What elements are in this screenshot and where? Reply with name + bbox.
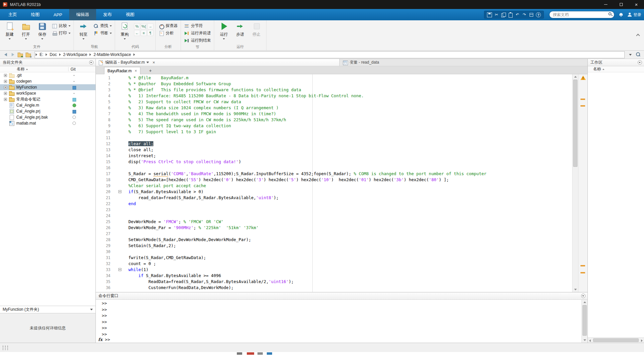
new-tab-button[interactable]: +: [146, 68, 154, 74]
editor-scrollbar-thumb[interactable]: [573, 80, 577, 167]
code-line[interactable]: 31fwrite(S_Radar,CMD_GetRawData);: [96, 255, 486, 261]
code-line[interactable]: 12clear all;: [96, 141, 486, 147]
file-row[interactable]: matlab.mat: [0, 120, 95, 126]
file-row[interactable]: workSpace: [0, 90, 95, 96]
code-line[interactable]: 18CMD_GetRawData=[hex2dec('55') hex2dec(…: [96, 177, 486, 183]
scroll-left-icon[interactable]: [589, 339, 591, 342]
code-line[interactable]: 11: [96, 135, 486, 141]
code-line[interactable]: 29SetGain(S_Radar,2);: [96, 243, 486, 249]
breadcrumb-item[interactable]: Doc: [48, 52, 58, 57]
save-icon[interactable]: [487, 12, 492, 17]
command-prompt[interactable]: fx >>: [98, 337, 110, 342]
button-转至[interactable]: 转至: [76, 21, 91, 40]
scroll-down-icon[interactable]: [574, 289, 577, 290]
indent-right-icon[interactable]: [147, 23, 153, 29]
folder-up-icon[interactable]: [17, 51, 24, 58]
warning-marker[interactable]: [580, 265, 585, 266]
layout-icon[interactable]: [529, 12, 534, 17]
search-icon[interactable]: [608, 12, 611, 15]
expand-icon[interactable]: [4, 74, 7, 77]
breadcrumb-item[interactable]: 2-WorkSpace: [62, 52, 89, 57]
code-line[interactable]: 36 CustomerFun(ReadData,DevWorkMode);: [96, 285, 486, 291]
code-line[interactable]: 3% * @brief This file provides firmware …: [96, 87, 486, 93]
code-line[interactable]: 32count = 0 ;: [96, 261, 486, 267]
maximize-button[interactable]: [613, 0, 629, 9]
ws-name-column[interactable]: 名称: [593, 66, 601, 72]
wrap-icon[interactable]: [147, 30, 153, 36]
comment-block-icon[interactable]: [141, 23, 147, 29]
code-editor[interactable]: 1% * @file BayuRadar.m2% * @author Buyu …: [96, 74, 587, 292]
workspace-hscrollbar[interactable]: [588, 337, 644, 343]
ribbon-tab-APP[interactable]: APP: [47, 9, 69, 20]
code-line[interactable]: 17S_Radar = serial('COM8','BaudRate',115…: [96, 171, 486, 177]
ribbon-tab-发布[interactable]: 发布: [96, 9, 119, 20]
code-line[interactable]: 35 ReadData=fread(S_Radar,S_Radar.BytesA…: [96, 279, 486, 285]
warning-marker[interactable]: [580, 99, 585, 100]
code-line[interactable]: 27: [96, 231, 486, 237]
button-查找[interactable]: 查找: [92, 23, 113, 29]
indent-left-icon[interactable]: [134, 30, 140, 36]
scroll-down-icon[interactable]: [583, 339, 586, 341]
command-scrollbar[interactable]: [581, 300, 587, 343]
code-line[interactable]: 19%Clear serial port accept cache: [96, 183, 486, 189]
workspace-scrollbar-thumb[interactable]: [593, 338, 639, 342]
button-分节符[interactable]: 分节符: [183, 23, 212, 29]
paste-icon[interactable]: [508, 12, 513, 17]
breadcrumb-item[interactable]: 2-Matble-WorkSpace: [92, 52, 133, 57]
code-line[interactable]: 8% 5) The speed range used in CW mode is…: [96, 117, 486, 123]
ribbon-tab-视图[interactable]: 视图: [119, 9, 141, 20]
warning-marker[interactable]: [580, 272, 585, 273]
code-line[interactable]: 15disp('Press Ctrl+C to stop collecting …: [96, 159, 486, 165]
column-divider[interactable]: [68, 67, 69, 71]
button-书签[interactable]: 书签: [92, 30, 113, 36]
code-line[interactable]: 28SetWorkMode(S_Radar,DevWorkMode,DevWor…: [96, 237, 486, 243]
code-line[interactable]: 7% 4) The bandwidth used in FMCW mode is…: [96, 111, 486, 117]
button-运行到结束[interactable]: 运行到结束: [183, 37, 212, 44]
close-button[interactable]: ×: [629, 0, 644, 9]
button-打印[interactable]: 打印: [51, 30, 72, 36]
minimize-button[interactable]: [598, 0, 613, 9]
code-line[interactable]: 24: [96, 213, 486, 219]
editor-tab[interactable]: BayuRadar.m ×: [104, 67, 140, 74]
expand-icon[interactable]: [4, 86, 7, 89]
scroll-up-icon[interactable]: [583, 301, 586, 303]
editor-scrollbar[interactable]: [572, 74, 578, 292]
comment-icon[interactable]: [134, 23, 140, 29]
ribbon-tab-绘图[interactable]: 绘图: [24, 9, 47, 20]
code-line[interactable]: 20if(S_Radar.BytesAvailable > 0): [96, 189, 486, 195]
scroll-up-icon[interactable]: [574, 76, 577, 78]
file-row[interactable]: MyFunction: [0, 84, 95, 90]
dock-grip-icon[interactable]: [3, 346, 8, 350]
code-line[interactable]: 33while(1): [96, 267, 486, 273]
breadcrumb-item[interactable]: E:: [38, 52, 45, 57]
button-分析[interactable]: 分析: [158, 30, 179, 36]
help-icon[interactable]: [536, 12, 541, 17]
name-column-header[interactable]: 名称: [17, 66, 25, 72]
button-运行并前进[interactable]: 运行并前进: [183, 30, 212, 36]
details-selector[interactable]: MyFunction (文件夹): [0, 306, 95, 313]
code-line[interactable]: 25DevWorkMode = 'FMCW'; % 'FMCW' OR 'CW': [96, 219, 486, 225]
code-line[interactable]: 10% 7) Support level 1 to 3 IF gain: [96, 129, 486, 135]
command-scrollbar-thumb[interactable]: [582, 305, 587, 336]
fold-icon[interactable]: [118, 190, 121, 193]
scroll-right-icon[interactable]: [641, 339, 643, 342]
panel-menu-icon[interactable]: [89, 60, 93, 65]
button-探查器[interactable]: 探查器: [158, 23, 179, 29]
code-line[interactable]: 26DevWorkMode_Par = '900MHz'; % '225km' …: [96, 225, 486, 231]
file-row[interactable]: .git: [0, 72, 95, 78]
warning-marker[interactable]: [580, 105, 585, 107]
code-line[interactable]: 13close all;: [96, 147, 486, 153]
file-row[interactable]: Cal_Angle.prj: [0, 108, 95, 114]
ribbon-tab-编辑器[interactable]: 编辑器: [69, 9, 96, 20]
editor-menu-icon[interactable]: [145, 60, 151, 65]
button-步进[interactable]: 步进: [233, 21, 248, 37]
button-停止[interactable]: 停止: [249, 21, 264, 37]
panel-menu-icon[interactable]: [581, 294, 585, 298]
variables-panel-header[interactable]: 变量 - read_data: [340, 59, 587, 66]
workspace-column-header[interactable]: 名称: [588, 66, 644, 72]
code-line[interactable]: 22end: [96, 201, 486, 207]
file-row[interactable]: 常用命令笔记: [0, 96, 95, 102]
code-line[interactable]: 2% * @author Buyu Embedded Software Grou…: [96, 81, 486, 87]
folder-browse-icon[interactable]: [25, 51, 32, 58]
editor-close-icon[interactable]: ×: [151, 60, 157, 65]
